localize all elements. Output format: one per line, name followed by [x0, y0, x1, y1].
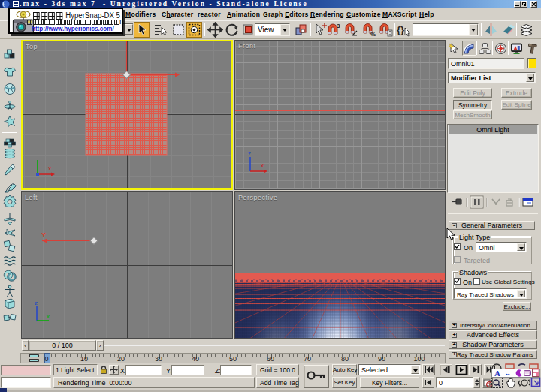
svg-text:%: % [370, 31, 376, 38]
svg-text:z: z [35, 300, 38, 306]
svg-text:x: x [48, 165, 51, 172]
svg-text:{}: {} [397, 24, 404, 35]
svg-text:Y: Y [41, 231, 46, 239]
svg-text:3: 3 [337, 23, 340, 29]
svg-text:z: z [248, 150, 251, 157]
svg-text:x: x [261, 162, 264, 169]
svg-text:x: x [47, 313, 50, 320]
